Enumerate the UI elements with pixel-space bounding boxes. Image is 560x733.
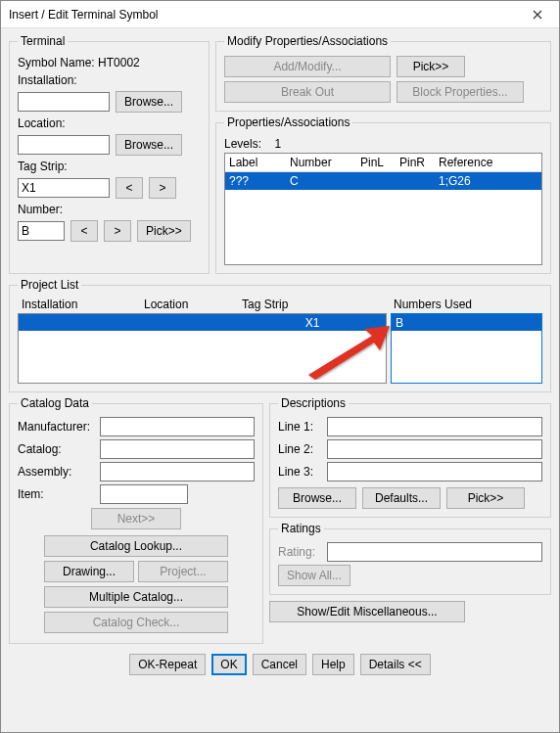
terminal-group: Terminal Symbol Name: HT0002 Installatio… — [9, 34, 210, 274]
levels-value: 1 — [274, 137, 281, 151]
item-label: Item: — [18, 487, 96, 501]
props-table-row[interactable]: ??? C 1;G26 — [225, 172, 541, 190]
line1-label: Line 1: — [278, 420, 323, 434]
break-out-button[interactable]: Break Out — [224, 81, 391, 103]
location-browse-button[interactable]: Browse... — [116, 134, 182, 156]
project-button[interactable]: Project... — [138, 561, 228, 582]
tag-strip-prev-button[interactable]: < — [116, 177, 143, 199]
project-list-left[interactable]: X1 — [18, 313, 387, 384]
installation-input[interactable] — [18, 92, 110, 112]
project-list-numbers[interactable]: B — [391, 313, 542, 384]
cell-number: C — [286, 172, 356, 190]
assembly-input[interactable] — [100, 462, 255, 481]
dialog-window: Insert / Edit Terminal Symbol Terminal S… — [0, 0, 560, 733]
col-pinr: PinR — [396, 154, 435, 171]
catalog-lookup-button[interactable]: Catalog Lookup... — [44, 535, 228, 557]
help-button[interactable]: Help — [312, 654, 354, 675]
project-list-legend: Project List — [18, 278, 81, 292]
col-reference: Reference — [435, 154, 541, 171]
assembly-label: Assembly: — [18, 465, 96, 479]
cell-reference: 1;G26 — [435, 172, 541, 190]
symbol-name-label: Symbol Name: — [18, 56, 95, 69]
block-properties-button[interactable]: Block Properties... — [397, 81, 524, 103]
pl-col-installation: Installation — [18, 296, 140, 313]
modify-pick-button[interactable]: Pick>> — [397, 56, 465, 77]
cell-label: ??? — [225, 172, 286, 190]
installation-label: Installation: — [18, 73, 201, 87]
location-label: Location: — [18, 116, 201, 130]
catalog-check-button[interactable]: Catalog Check... — [44, 612, 228, 633]
show-edit-misc-button[interactable]: Show/Edit Miscellaneous... — [269, 601, 465, 622]
ratings-group: Ratings Rating: Show All... — [269, 522, 551, 595]
cancel-button[interactable]: Cancel — [253, 654, 306, 675]
descriptions-group: Descriptions Line 1: Line 2: Line 3: Bro… — [269, 396, 551, 518]
desc-browse-button[interactable]: Browse... — [278, 487, 356, 509]
pl-cell-tagstrip: X1 — [239, 314, 386, 331]
levels-label: Levels: — [224, 137, 261, 151]
add-modify-button[interactable]: Add/Modify... — [224, 56, 391, 77]
details-button[interactable]: Details << — [360, 654, 431, 675]
number-label: Number: — [18, 203, 201, 216]
pl-col-numbers: Numbers Used — [390, 296, 542, 313]
desc-pick-button[interactable]: Pick>> — [446, 487, 525, 509]
descriptions-legend: Descriptions — [278, 396, 349, 410]
ok-button[interactable]: OK — [211, 654, 246, 675]
show-all-button[interactable]: Show All... — [278, 565, 350, 586]
line3-input[interactable] — [327, 462, 542, 481]
props-assoc-group: Properties/Associations Levels: 1 Label … — [215, 115, 551, 274]
pl-cell-numbers: B — [392, 314, 541, 331]
ok-repeat-button[interactable]: OK-Repeat — [129, 654, 206, 675]
col-pinl: PinL — [356, 154, 396, 171]
rating-label: Rating: — [278, 545, 323, 559]
location-input[interactable] — [18, 135, 110, 155]
desc-defaults-button[interactable]: Defaults... — [362, 487, 441, 509]
pl-cell-installation — [19, 314, 141, 331]
project-list-group: Project List Installation Location Tag S… — [9, 278, 551, 392]
props-table[interactable]: Label Number PinL PinR Reference ??? C 1… — [224, 153, 542, 265]
cell-pinr — [396, 172, 435, 190]
number-prev-button[interactable]: < — [70, 220, 98, 242]
catalog-next-button[interactable]: Next>> — [91, 508, 181, 529]
ratings-legend: Ratings — [278, 522, 324, 535]
terminal-legend: Terminal — [18, 34, 68, 48]
tag-strip-input[interactable] — [18, 178, 110, 198]
line2-input[interactable] — [327, 439, 542, 459]
manufacturer-label: Manufacturer: — [18, 420, 96, 434]
item-input[interactable] — [100, 484, 188, 504]
modify-group: Modify Properties/Associations Add/Modif… — [215, 34, 551, 112]
title-bar: Insert / Edit Terminal Symbol — [1, 1, 559, 28]
footer-buttons: OK-Repeat OK Cancel Help Details << — [9, 646, 551, 685]
line1-input[interactable] — [327, 417, 542, 436]
catalog-group: Catalog Data Manufacturer: Catalog: Asse… — [9, 396, 263, 644]
symbol-name-value: HT0002 — [98, 56, 140, 69]
manufacturer-input[interactable] — [100, 417, 255, 436]
window-title: Insert / Edit Terminal Symbol — [9, 8, 522, 22]
tag-strip-next-button[interactable]: > — [149, 177, 176, 199]
modify-legend: Modify Properties/Associations — [224, 34, 391, 48]
pl-col-location: Location — [140, 296, 238, 313]
rating-input — [327, 542, 542, 562]
col-number: Number — [286, 154, 356, 171]
pl-col-tagstrip: Tag Strip — [238, 296, 390, 313]
close-button[interactable] — [522, 4, 553, 25]
number-pick-button[interactable]: Pick>> — [137, 220, 191, 242]
pl-cell-location — [141, 314, 239, 331]
tag-strip-label: Tag Strip: — [18, 160, 201, 173]
props-assoc-legend: Properties/Associations — [224, 115, 352, 129]
props-table-header: Label Number PinL PinR Reference — [225, 154, 541, 172]
installation-browse-button[interactable]: Browse... — [116, 91, 182, 113]
catalog-legend: Catalog Data — [18, 396, 92, 410]
cell-pinl — [356, 172, 396, 190]
drawing-button[interactable]: Drawing... — [44, 561, 134, 582]
number-next-button[interactable]: > — [104, 220, 131, 242]
number-input[interactable] — [18, 221, 65, 241]
catalog-input[interactable] — [100, 439, 255, 459]
line3-label: Line 3: — [278, 465, 323, 479]
col-label: Label — [225, 154, 286, 171]
symbol-name-line: Symbol Name: HT0002 — [18, 56, 201, 69]
multiple-catalog-button[interactable]: Multiple Catalog... — [44, 586, 228, 608]
line2-label: Line 2: — [278, 442, 323, 456]
levels-line: Levels: 1 — [224, 137, 542, 151]
catalog-label: Catalog: — [18, 442, 96, 456]
close-icon — [533, 10, 542, 20]
